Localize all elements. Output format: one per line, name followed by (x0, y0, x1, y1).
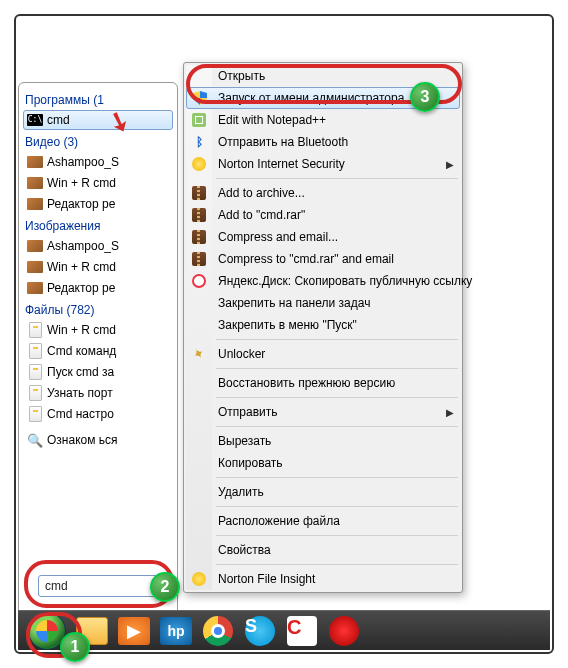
menu-separator (216, 368, 458, 369)
menu-item[interactable]: Закрепить в меню "Пуск" (186, 314, 460, 336)
search-result-label: Cmd команд (47, 344, 116, 358)
search-section-title: Программы (1 (23, 89, 173, 109)
submenu-arrow-icon: ▶ (446, 407, 454, 418)
blank-icon (191, 68, 207, 84)
menu-separator (216, 477, 458, 478)
menu-item[interactable]: ✦Unlocker (186, 343, 460, 365)
menu-item[interactable]: Norton Internet Security▶ (186, 153, 460, 175)
file-icon (27, 385, 43, 401)
menu-separator (216, 535, 458, 536)
menu-item-label: Add to archive... (218, 186, 305, 200)
search-result-item[interactable]: Cmd настро (23, 404, 173, 424)
menu-item-label: Расположение файла (218, 514, 340, 528)
search-icon: 🔍 (27, 432, 43, 448)
blank-icon (191, 484, 207, 500)
menu-separator (216, 426, 458, 427)
menu-item-label: Compress and email... (218, 230, 338, 244)
zip-icon (191, 207, 207, 223)
menu-item[interactable]: Яндекс.Диск: Скопировать публичную ссылк… (186, 270, 460, 292)
menu-item-label: Закрепить в меню "Пуск" (218, 318, 357, 332)
menu-separator (216, 564, 458, 565)
zip-icon (191, 229, 207, 245)
search-result-label: Win + R cmd (47, 260, 116, 274)
search-result-item[interactable]: Редактор ре (23, 278, 173, 298)
file-icon (27, 343, 43, 359)
menu-item-label: Add to "cmd.rar" (218, 208, 305, 222)
taskbar-hp-icon[interactable]: hp (160, 617, 192, 645)
menu-item-label: Отправить на Bluetooth (218, 135, 348, 149)
file-icon (27, 322, 43, 338)
bt-icon: ᛒ (191, 134, 207, 150)
search-result-item[interactable]: Ashampoo_S (23, 236, 173, 256)
menu-item[interactable]: Копировать (186, 452, 460, 474)
menu-item-label: Яндекс.Диск: Скопировать публичную ссылк… (218, 274, 472, 288)
cmd-icon: C:\ (27, 112, 43, 128)
yd-icon (191, 273, 207, 289)
img-icon (27, 196, 43, 212)
search-result-item[interactable]: Win + R cmd (23, 320, 173, 340)
menu-item[interactable]: Norton File Insight (186, 568, 460, 590)
search-result-item[interactable]: Узнать порт (23, 383, 173, 403)
menu-item-label: Удалить (218, 485, 264, 499)
menu-item-label: Запуск от имени администратора (218, 91, 404, 105)
menu-item-label: Вырезать (218, 434, 271, 448)
menu-item-label: Копировать (218, 456, 283, 470)
taskbar-media-player-icon[interactable]: ▶ (118, 617, 150, 645)
search-result-label: Win + R cmd (47, 323, 116, 337)
file-icon (27, 406, 43, 422)
menu-item[interactable]: Расположение файла (186, 510, 460, 532)
menu-item[interactable]: Удалить (186, 481, 460, 503)
search-result-item[interactable]: Пуск cmd за (23, 362, 173, 382)
search-result-item[interactable]: Редактор ре (23, 194, 173, 214)
menu-item-label: Открыть (218, 69, 265, 83)
more-results-label: Ознаком ься (47, 433, 118, 447)
taskbar-skype-icon[interactable]: S (244, 617, 276, 645)
nis-icon (191, 571, 207, 587)
menu-item[interactable]: Восстановить прежнюю версию (186, 372, 460, 394)
menu-item-label: Norton File Insight (218, 572, 315, 586)
file-icon (27, 364, 43, 380)
menu-item[interactable]: ᛒОтправить на Bluetooth (186, 131, 460, 153)
start-search-input[interactable] (38, 575, 158, 597)
menu-item-label: Unlocker (218, 347, 265, 361)
menu-item[interactable]: Edit with Notepad++ (186, 109, 460, 131)
menu-separator (216, 178, 458, 179)
more-results[interactable]: 🔍 Ознаком ься (23, 430, 173, 450)
menu-separator (216, 397, 458, 398)
taskbar-chrome-icon[interactable] (202, 617, 234, 645)
menu-item[interactable]: Compress and email... (186, 226, 460, 248)
search-result-label: Ashampoo_S (47, 239, 119, 253)
annotation-badge-3: 3 (410, 82, 440, 112)
key-icon: ✦ (188, 343, 210, 365)
taskbar-ccleaner-icon[interactable]: C (286, 617, 318, 645)
taskbar: ▶ hp S C (18, 610, 550, 650)
search-result-label: Редактор ре (47, 197, 115, 211)
taskbar-opera-icon[interactable] (328, 617, 360, 645)
menu-item-label: Отправить (218, 405, 278, 419)
np-icon (191, 112, 207, 128)
search-result-item[interactable]: Ashampoo_S (23, 152, 173, 172)
search-result-item[interactable]: C:\cmd (23, 110, 173, 130)
menu-item[interactable]: Свойства (186, 539, 460, 561)
menu-item[interactable]: Вырезать (186, 430, 460, 452)
search-section-title: Изображения (23, 215, 173, 235)
img-icon (27, 259, 43, 275)
search-result-item[interactable]: Cmd команд (23, 341, 173, 361)
search-result-label: Win + R cmd (47, 176, 116, 190)
menu-item[interactable]: Add to archive... (186, 182, 460, 204)
menu-item[interactable]: Закрепить на панели задач (186, 292, 460, 314)
search-result-item[interactable]: Win + R cmd (23, 257, 173, 277)
context-menu: ОткрытьЗапуск от имени администратораEdi… (183, 62, 463, 593)
start-menu-panel: Программы (1C:\cmdВидео (3)Ashampoo_SWin… (18, 82, 178, 622)
menu-item[interactable]: Отправить▶ (186, 401, 460, 423)
menu-item[interactable]: Add to "cmd.rar" (186, 204, 460, 226)
menu-item[interactable]: Compress to "cmd.rar" and email (186, 248, 460, 270)
search-section-title: Видео (3) (23, 131, 173, 151)
search-result-label: Ashampoo_S (47, 155, 119, 169)
blank-icon (191, 455, 207, 471)
blank-icon (191, 295, 207, 311)
blank-icon (191, 404, 207, 420)
submenu-arrow-icon: ▶ (446, 159, 454, 170)
blank-icon (191, 542, 207, 558)
search-result-item[interactable]: Win + R cmd (23, 173, 173, 193)
